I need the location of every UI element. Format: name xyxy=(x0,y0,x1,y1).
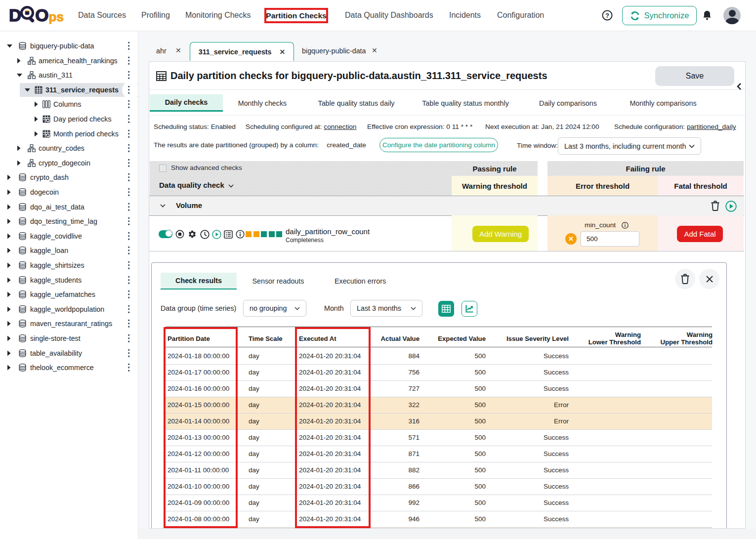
svg-text:?: ? xyxy=(605,12,609,19)
